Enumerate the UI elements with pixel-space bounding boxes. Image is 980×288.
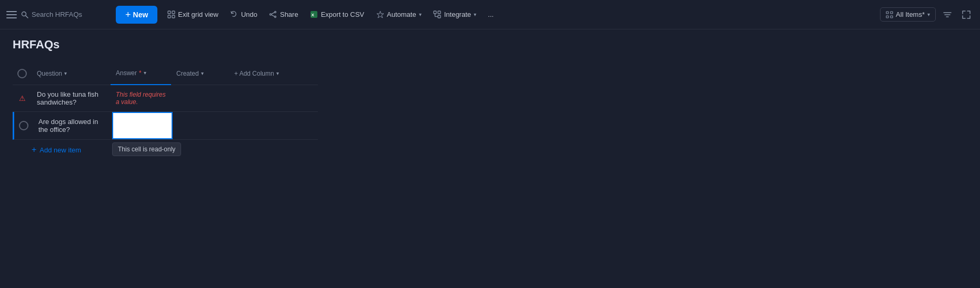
svg-point-8 (270, 14, 272, 15)
automate-chevron: ▾ (419, 12, 422, 17)
col-created-label: Created (176, 70, 199, 77)
toolbar-right: All Items* ▾ (880, 7, 974, 22)
answer-chevron: ▾ (144, 70, 146, 76)
select-all-circle (17, 69, 27, 78)
all-items-label: All Items* (896, 11, 925, 18)
integrate-label: Integrate (444, 11, 471, 18)
expand-button[interactable] (959, 7, 974, 22)
toolbar: Search HRFAQs + New Exit grid view (0, 0, 980, 29)
col-question-label: Question (37, 70, 62, 77)
table-wrapper: Question ▾ Answer * ▾ Created ▾ + Add Co… (13, 62, 318, 160)
filter-icon (943, 10, 952, 19)
table-row: ⚠ Do you like tuna fish sandwiches? This… (13, 85, 318, 112)
view-icon (886, 11, 893, 18)
svg-rect-18 (886, 12, 888, 14)
add-chevron: ▾ (276, 70, 279, 76)
row2-question[interactable]: Are dogs allowed in the office? (33, 112, 112, 139)
undo-icon (230, 11, 238, 19)
grid-icon (167, 11, 175, 19)
plus-icon: + (125, 10, 131, 19)
more-button[interactable]: ... (483, 7, 499, 22)
row1-question-text: Do you like tuna fish sandwiches? (37, 90, 105, 106)
automate-label: Automate (387, 11, 416, 18)
svg-point-6 (275, 12, 276, 13)
col-answer[interactable]: Answer * ▾ (111, 62, 171, 85)
svg-rect-3 (172, 11, 175, 14)
row1-question[interactable]: Do you like tuna fish sandwiches? (32, 85, 111, 111)
svg-point-7 (275, 16, 276, 18)
svg-rect-13 (434, 11, 436, 14)
row2-question-text: Are dogs allowed in the office? (38, 118, 107, 133)
page-title: HRFAQs (13, 38, 967, 52)
share-button[interactable]: Share (264, 7, 304, 22)
exit-grid-button[interactable]: Exit grid view (162, 7, 224, 22)
new-label: New (133, 11, 148, 19)
export-button[interactable]: X Export to CSV (305, 7, 369, 22)
svg-rect-15 (438, 15, 441, 18)
header-checkbox[interactable] (13, 69, 32, 78)
add-label: Add new item (39, 146, 81, 154)
search-area[interactable]: Search HRFAQs (21, 11, 105, 18)
svg-rect-2 (168, 11, 171, 14)
share-icon (269, 11, 277, 19)
row1-answer-error: This field requires a value. (116, 91, 166, 106)
svg-rect-14 (438, 11, 441, 14)
row1-created (171, 85, 229, 111)
search-label: Search HRFAQs (32, 11, 82, 18)
more-label: ... (488, 11, 494, 18)
row2-answer-cell[interactable]: This cell is read-only (112, 112, 173, 139)
svg-rect-21 (891, 16, 893, 18)
share-label: Share (280, 11, 298, 18)
exit-grid-label: Exit grid view (178, 11, 218, 18)
tooltip-box: This cell is read-only (112, 142, 181, 156)
all-items-button[interactable]: All Items* ▾ (880, 7, 936, 22)
answer-required: * (139, 69, 142, 77)
answer-input[interactable] (112, 112, 173, 139)
row2-checkbox[interactable] (14, 112, 33, 139)
undo-label: Undo (241, 11, 257, 18)
all-items-chevron: ▾ (927, 12, 930, 17)
automate-icon (376, 11, 384, 19)
table-row: Are dogs allowed in the office? This cel… (13, 112, 318, 140)
col-created[interactable]: Created ▾ (171, 70, 229, 77)
row1-checkbox[interactable]: ⚠ (13, 85, 32, 111)
new-button[interactable]: + New (116, 6, 157, 24)
svg-rect-19 (886, 16, 888, 18)
svg-rect-5 (172, 15, 175, 18)
table-header: Question ▾ Answer * ▾ Created ▾ + Add Co… (13, 62, 318, 85)
col-question[interactable]: Question ▾ (32, 70, 111, 77)
export-label: Export to CSV (321, 11, 364, 18)
undo-button[interactable]: Undo (225, 7, 263, 22)
svg-text:X: X (312, 13, 315, 17)
question-chevron: ▾ (64, 70, 67, 76)
svg-line-1 (26, 15, 28, 18)
expand-icon (962, 10, 971, 19)
toolbar-actions: Exit grid view Undo (162, 7, 499, 22)
created-chevron: ▾ (201, 70, 204, 76)
svg-rect-4 (168, 15, 171, 18)
row2-created (173, 112, 231, 139)
toolbar-left: Search HRFAQs + New Exit grid view (6, 6, 878, 24)
col-add-label: + Add Column (234, 70, 274, 77)
error-icon: ⚠ (19, 94, 26, 102)
filter-button[interactable] (940, 7, 955, 22)
excel-icon: X (310, 11, 318, 19)
row2-circle (19, 121, 28, 130)
row1-answer[interactable]: This field requires a value. (111, 85, 171, 111)
add-plus-icon: + (32, 145, 36, 155)
hamburger-icon[interactable] (6, 11, 17, 18)
search-icon (21, 11, 28, 18)
svg-line-10 (272, 15, 275, 16)
col-answer-label: Answer (116, 69, 137, 77)
integrate-button[interactable]: Integrate ▾ (428, 7, 482, 22)
integrate-chevron: ▾ (474, 12, 476, 17)
main-content: HRFAQs Question ▾ Answer * ▾ Created ▾ +… (0, 29, 980, 288)
automate-button[interactable]: Automate ▾ (371, 7, 427, 22)
col-add[interactable]: + Add Column ▾ (229, 70, 297, 77)
svg-line-9 (272, 13, 275, 14)
svg-rect-20 (891, 12, 893, 14)
integrate-icon (433, 11, 442, 19)
